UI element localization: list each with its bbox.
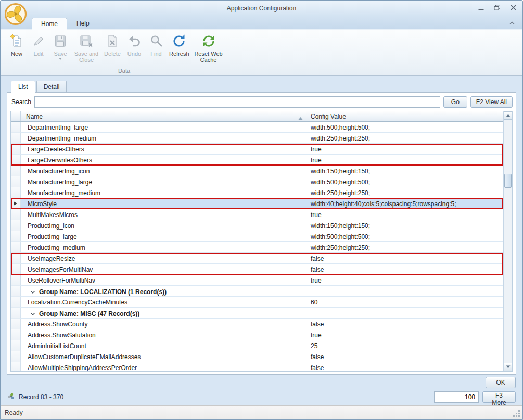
row-name: Address.ShowCounty — [21, 319, 307, 329]
table-row[interactable]: Address.ShowCounty false — [11, 319, 503, 329]
find-icon — [148, 33, 164, 49]
table-row[interactable]: ManufacturerImg_icon width:150;height:15… — [11, 166, 503, 176]
ribbon-tab-home[interactable]: Home — [32, 18, 67, 30]
table-row[interactable]: ManufacturerImg_medium width:250;height:… — [11, 187, 503, 198]
app-logo-icon[interactable] — [4, 3, 27, 26]
row-selector-gutter[interactable] — [11, 144, 21, 155]
row-selector-gutter[interactable] — [11, 264, 21, 275]
vertical-scrollbar[interactable] — [503, 111, 512, 371]
table-row[interactable]: DepartmentImg_medium width:250;height:25… — [11, 133, 503, 144]
row-name: MultiMakesMicros — [21, 209, 307, 220]
row-selector-gutter[interactable] — [11, 308, 21, 319]
application-window: Application Configuration Home Help — [0, 0, 523, 420]
maximize-restore-icon[interactable] — [493, 4, 501, 10]
new-document-icon — [9, 33, 24, 49]
row-selector-gutter[interactable] — [11, 220, 21, 231]
minimize-icon[interactable] — [477, 4, 485, 10]
grid-main: Name Config Value DepartmentImg_large wi… — [11, 111, 503, 371]
row-selector-gutter[interactable] — [11, 275, 21, 286]
view-all-button[interactable]: F2 View All — [470, 96, 513, 108]
close-icon[interactable] — [509, 4, 517, 10]
table-row[interactable]: ProductImg_large width:500;height:500; — [11, 231, 503, 242]
row-selector-gutter[interactable] — [11, 253, 21, 264]
row-selector-gutter[interactable] — [11, 362, 21, 371]
row-value: width:500;height:500; — [307, 122, 503, 133]
row-selector-gutter[interactable] — [11, 297, 21, 308]
reset-web-cache-button[interactable]: Reset Web Cache — [192, 31, 225, 64]
table-row[interactable]: LargeOverwritesOthers true — [11, 155, 503, 166]
reset-web-cache-button-label: Reset Web Cache — [194, 50, 224, 63]
table-row[interactable]: UseRolloverForMultiNav true — [11, 275, 503, 286]
find-button[interactable]: Find — [146, 31, 167, 57]
table-row[interactable]: MicroStyle width:40;height:40;cols:5;col… — [11, 198, 503, 209]
row-selector-gutter[interactable] — [11, 351, 21, 362]
collapse-group-icon[interactable] — [30, 312, 35, 316]
undo-button[interactable]: Undo — [124, 31, 145, 57]
search-input[interactable] — [34, 96, 440, 108]
ribbon-tab-help[interactable]: Help — [67, 17, 99, 29]
row-selector-gutter[interactable] — [11, 155, 21, 166]
save-dropdown-arrow-icon[interactable] — [59, 58, 62, 60]
row-name: AllowCustomerDuplicateEMailAddresses — [21, 351, 307, 362]
delete-button[interactable]: Delete — [102, 31, 123, 57]
row-selector-gutter[interactable] — [11, 133, 21, 144]
table-row[interactable]: MultiMakesMicros true — [11, 209, 503, 220]
table-row[interactable]: AllowMultipleShippingAddressPerOrder fal… — [11, 362, 503, 371]
table-row[interactable]: LargeCreatesOthers true — [11, 144, 503, 155]
table-row[interactable]: DepartmentImg_large width:500;height:500… — [11, 122, 503, 133]
refresh-button[interactable]: Refresh — [168, 31, 191, 57]
grid-header-config-value[interactable]: Config Value — [307, 111, 503, 121]
row-selector-gutter[interactable] — [11, 231, 21, 242]
row-selector-gutter[interactable] — [11, 176, 21, 187]
row-name: UseRolloverForMultiNav — [21, 275, 307, 286]
scrollbar-down-icon[interactable] — [504, 363, 512, 371]
config-value-column-label: Config Value — [311, 113, 346, 120]
tab-list[interactable]: List — [11, 81, 35, 93]
ok-button[interactable]: OK — [486, 377, 516, 388]
row-value: false — [307, 264, 503, 275]
row-selector-gutter[interactable] — [11, 340, 21, 351]
save-and-close-button[interactable]: Save and Close — [72, 31, 101, 64]
edit-pencil-icon — [31, 33, 46, 49]
row-selector-gutter[interactable] — [11, 166, 21, 176]
go-button[interactable]: Go — [443, 96, 467, 108]
row-selector-gutter[interactable] — [11, 286, 21, 297]
group-row[interactable]: Group Name: MISC (47 Record(s)) — [11, 308, 503, 319]
group-row-label: Group Name: LOCALIZATION (1 Record(s)) — [39, 288, 167, 296]
scrollbar-up-icon[interactable] — [504, 111, 512, 120]
table-row[interactable]: ManufacturerImg_large width:500;height:5… — [11, 176, 503, 187]
edit-button[interactable]: Edit — [28, 31, 49, 57]
save-button[interactable]: Save — [50, 31, 71, 60]
group-row[interactable]: Group Name: LOCALIZATION (1 Record(s)) — [11, 286, 503, 297]
row-value: width:40;height:40;cols:5;colspacing:5;r… — [307, 198, 503, 209]
table-row[interactable]: Localization.CurrencyCacheMinutes 60 — [11, 297, 503, 308]
collapse-ribbon-icon[interactable] — [508, 19, 516, 27]
row-value: width:250;height:250; — [307, 242, 503, 253]
row-selector-gutter[interactable] — [11, 187, 21, 198]
new-button[interactable]: New — [6, 31, 27, 57]
row-selector-gutter[interactable] — [11, 209, 21, 220]
table-row[interactable]: ProductImg_icon width:150;height:150; — [11, 220, 503, 231]
more-button[interactable]: F3 More — [482, 391, 516, 403]
table-row[interactable]: Address.ShowSalutation true — [11, 329, 503, 340]
table-row[interactable]: AdminInitialListCount 25 — [11, 340, 503, 351]
row-selector-gutter[interactable] — [11, 242, 21, 253]
row-value: width:150;height:150; — [307, 220, 503, 231]
table-row[interactable]: UseImageResize false — [11, 253, 503, 264]
row-name: LargeCreatesOthers — [21, 144, 307, 155]
row-selector-gutter[interactable] — [11, 122, 21, 133]
grid-header: Name Config Value — [11, 111, 503, 122]
resize-grip[interactable] — [518, 415, 520, 417]
row-selector-gutter[interactable] — [11, 329, 21, 340]
table-row[interactable]: AllowCustomerDuplicateEMailAddresses fal… — [11, 351, 503, 362]
tab-detail[interactable]: Detail — [36, 81, 67, 92]
scrollbar-thumb[interactable] — [504, 174, 512, 188]
table-row[interactable]: ProductImg_medium width:250;height:250; — [11, 242, 503, 253]
grid-header-name[interactable]: Name — [21, 111, 307, 121]
search-row: Search Go F2 View All — [10, 96, 513, 108]
row-selector-gutter[interactable] — [11, 198, 21, 209]
table-row[interactable]: UseImagesForMultiNav false — [11, 264, 503, 275]
collapse-group-icon[interactable] — [30, 290, 35, 294]
page-size-input[interactable] — [434, 391, 479, 403]
row-selector-gutter[interactable] — [11, 319, 21, 329]
